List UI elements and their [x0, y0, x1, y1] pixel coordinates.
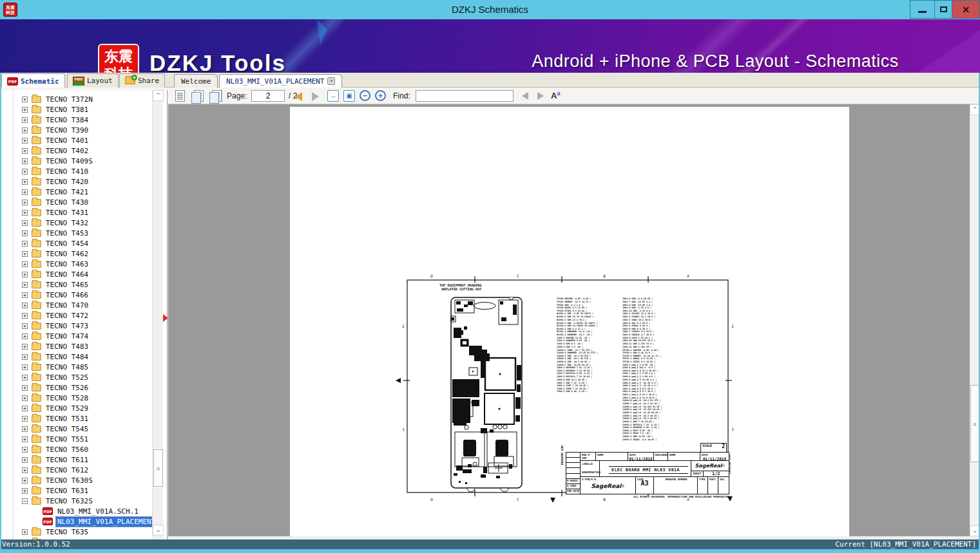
- expand-toggle-icon[interactable]: +: [22, 251, 28, 257]
- expand-toggle-icon[interactable]: +: [22, 333, 28, 339]
- tree-folder-tecno-t473[interactable]: +TECNO T473: [0, 321, 152, 331]
- expand-toggle-icon[interactable]: +: [22, 127, 28, 133]
- expand-toggle-icon[interactable]: +: [22, 220, 28, 226]
- expand-toggle-icon[interactable]: +: [22, 158, 28, 164]
- expand-toggle-icon[interactable]: +: [22, 529, 28, 535]
- scroll-up-icon[interactable]: ⌃: [153, 90, 164, 101]
- tree-file-nl03-mmi-v01a-placement[interactable]: PDFNL03_MMI_V01A_PLACEMENT: [0, 516, 152, 527]
- expand-toggle-icon[interactable]: +: [22, 385, 28, 391]
- tree-folder-tecno-t630s[interactable]: +TECNO T630S: [0, 475, 152, 485]
- tab-document-nl03-mmi-v01a-placement[interactable]: NL03_MMI_V01A_PLACEMENT ✕: [219, 74, 342, 88]
- tree-folder-tecno-t432[interactable]: +TECNO T432: [0, 218, 152, 228]
- tree-folder-tecno-t612[interactable]: +TECNO T612: [0, 465, 152, 475]
- tree-folder-tecno-t545[interactable]: +TECNO T545: [0, 424, 152, 434]
- find-input[interactable]: [416, 90, 514, 102]
- expand-toggle-icon[interactable]: +: [22, 303, 28, 308]
- expand-toggle-icon[interactable]: +: [22, 189, 28, 195]
- tree-folder-tecno-t611[interactable]: +TECNO T611: [0, 455, 152, 465]
- tree-folder-tecno-t402[interactable]: +TECNO T402: [0, 145, 152, 156]
- previous-page-button[interactable]: [295, 92, 302, 101]
- tree-folder-tecno-t485[interactable]: +TECNO T485: [0, 362, 152, 372]
- tree-folder-tecno-t401[interactable]: +TECNO T401: [0, 135, 152, 145]
- tree-folder-tecno-t463[interactable]: +TECNO T463: [0, 259, 152, 269]
- tab-share[interactable]: + Share: [119, 73, 165, 88]
- scrollbar-thumb[interactable]: ≡: [970, 385, 979, 462]
- tree-folder-tecno-t430[interactable]: +TECNO T430: [0, 197, 152, 207]
- tree-folder-tecno-t632s[interactable]: −TECNO T632S: [0, 496, 152, 506]
- collapse-toggle-icon[interactable]: −: [22, 498, 28, 504]
- expand-toggle-icon[interactable]: +: [22, 467, 28, 473]
- expand-toggle-icon[interactable]: +: [22, 97, 28, 102]
- tree-folder-tecno-t529[interactable]: +TECNO T529: [0, 403, 152, 413]
- tree-folder-tecno-t420[interactable]: +TECNO T420: [0, 176, 152, 187]
- tab-layout[interactable]: PADS Layout: [67, 73, 119, 88]
- expand-toggle-icon[interactable]: +: [22, 457, 28, 463]
- tree-folder-tecno-t484[interactable]: +TECNO T484: [0, 351, 152, 362]
- tree-folder-tecno-t372n[interactable]: +TECNO T372N: [0, 94, 152, 104]
- tree-folder-tecno-t464[interactable]: +TECNO T464: [0, 269, 152, 279]
- match-case-button[interactable]: Aa: [551, 90, 560, 100]
- expand-toggle-icon[interactable]: +: [22, 354, 28, 360]
- expand-toggle-icon[interactable]: +: [22, 488, 28, 494]
- expand-toggle-icon[interactable]: +: [22, 406, 28, 411]
- expand-toggle-icon[interactable]: +: [22, 272, 28, 277]
- tree-folder-tecno-t410[interactable]: +TECNO T410: [0, 166, 152, 176]
- fit-width-button[interactable]: ↔: [327, 90, 339, 102]
- expand-toggle-icon[interactable]: +: [22, 395, 28, 401]
- tree-folder-tecno-t421[interactable]: +TECNO T421: [0, 187, 152, 197]
- fit-page-button[interactable]: ▣: [343, 90, 355, 102]
- tree-folder-tecno-t390[interactable]: +TECNO T390: [0, 125, 152, 135]
- tree-folder-tecno-t465[interactable]: +TECNO T465: [0, 279, 152, 290]
- tab-close-icon[interactable]: ✕: [327, 77, 335, 85]
- expand-toggle-icon[interactable]: +: [22, 169, 28, 174]
- tree-folder-tecno-t528[interactable]: +TECNO T528: [0, 393, 152, 403]
- minimize-button[interactable]: [910, 0, 935, 19]
- next-page-button[interactable]: [312, 92, 319, 101]
- maximize-button[interactable]: [934, 0, 952, 19]
- scroll-down-icon[interactable]: ⌄: [153, 525, 164, 536]
- tree-folder-tecno-t560[interactable]: +TECNO T560: [0, 444, 152, 455]
- expand-toggle-icon[interactable]: +: [22, 117, 28, 123]
- expand-toggle-icon[interactable]: +: [22, 107, 28, 113]
- tree-folder-tecno-t526[interactable]: +TECNO T526: [0, 382, 152, 393]
- tree-folder-tecno-t381[interactable]: +TECNO T381: [0, 104, 152, 115]
- scrollbar-thumb[interactable]: ≡: [153, 449, 163, 487]
- tree-folder-tecno-t472[interactable]: +TECNO T472: [0, 310, 152, 321]
- find-next-button[interactable]: [537, 92, 544, 100]
- expand-toggle-icon[interactable]: +: [22, 261, 28, 267]
- tree-folder-tecno-t483[interactable]: +TECNO T483: [0, 341, 152, 351]
- tree-folder-tecno-t453[interactable]: +TECNO T453: [0, 228, 152, 238]
- expand-toggle-icon[interactable]: +: [22, 282, 28, 288]
- expand-toggle-icon[interactable]: +: [22, 313, 28, 319]
- tree-folder-tecno-t462[interactable]: +TECNO T462: [0, 248, 152, 259]
- sidebar-scrollbar[interactable]: ⌃ ≡ ⌄: [152, 90, 163, 539]
- expand-toggle-icon[interactable]: +: [22, 179, 28, 185]
- expand-toggle-icon[interactable]: +: [22, 241, 28, 247]
- tree-folder-tecno-t551[interactable]: +TECNO T551: [0, 434, 152, 444]
- expand-toggle-icon[interactable]: +: [22, 323, 28, 329]
- tree-folder-tecno-t474[interactable]: +TECNO T474: [0, 331, 152, 341]
- expand-toggle-icon[interactable]: +: [22, 436, 28, 442]
- expand-toggle-icon[interactable]: +: [22, 447, 28, 453]
- expand-toggle-icon[interactable]: +: [22, 230, 28, 236]
- tree-folder-tecno-t635[interactable]: +TECNO T635: [0, 527, 152, 537]
- tree-folder-tecno-t454[interactable]: +TECNO T454: [0, 238, 152, 248]
- tab-schematic[interactable]: PDF Schematic: [1, 73, 65, 88]
- splitter-collapse-arrow-icon[interactable]: [163, 314, 168, 322]
- expand-toggle-icon[interactable]: +: [22, 148, 28, 154]
- tree-folder-tecno-t531[interactable]: +TECNO T531: [0, 413, 152, 424]
- close-button[interactable]: ✕: [952, 0, 980, 19]
- tree-folder-tecno-t631[interactable]: +TECNO T631: [0, 485, 152, 496]
- pdf-viewer[interactable]: D C B A D C B A 2 1 2 1 DRAWING A3H: [168, 104, 970, 536]
- expand-toggle-icon[interactable]: +: [22, 364, 28, 370]
- tree-folder-tecno-t466[interactable]: +TECNO T466: [0, 290, 152, 300]
- tree-folder-tecno-t470[interactable]: +TECNO T470: [0, 300, 152, 310]
- tree-file-nl03-mmi-v01a-sch-1[interactable]: PDFNL03_MMI_V01A.SCH.1: [0, 506, 152, 516]
- continuous-view-button[interactable]: [212, 90, 222, 102]
- expand-toggle-icon[interactable]: +: [22, 344, 28, 350]
- expand-toggle-icon[interactable]: +: [22, 200, 28, 205]
- tree-folder-tecno-t525[interactable]: +TECNO T525: [0, 372, 152, 382]
- tree-folder-tecno-t431[interactable]: +TECNO T431: [0, 207, 152, 218]
- facing-pages-view-button[interactable]: [194, 90, 204, 102]
- zoom-in-button[interactable]: +: [375, 90, 386, 101]
